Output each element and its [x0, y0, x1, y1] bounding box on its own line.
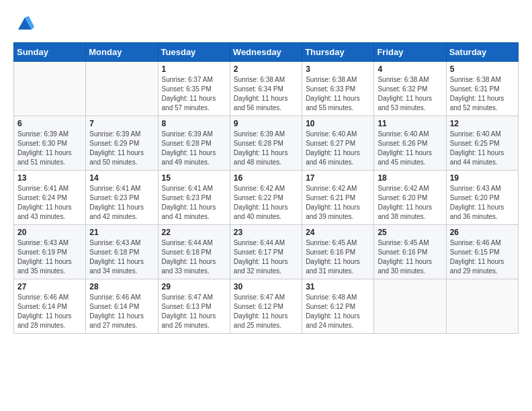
- weekday-header-wednesday: Wednesday: [230, 43, 302, 62]
- calendar-cell: 5Sunrise: 6:38 AM Sunset: 6:31 PM Daylig…: [446, 62, 518, 116]
- day-number: 27: [17, 282, 82, 291]
- calendar-cell: 16Sunrise: 6:42 AM Sunset: 6:22 PM Dayli…: [230, 171, 302, 225]
- calendar-table: SundayMondayTuesdayWednesdayThursdayFrid…: [13, 42, 519, 334]
- day-number: 15: [162, 173, 226, 183]
- calendar-cell: 28Sunrise: 6:46 AM Sunset: 6:14 PM Dayli…: [86, 279, 158, 334]
- day-number: 2: [234, 64, 298, 74]
- calendar-cell: 2Sunrise: 6:38 AM Sunset: 6:34 PM Daylig…: [230, 62, 302, 116]
- weekday-header-tuesday: Tuesday: [158, 43, 230, 62]
- calendar-cell: 13Sunrise: 6:41 AM Sunset: 6:24 PM Dayli…: [14, 171, 86, 225]
- calendar-cell: 27Sunrise: 6:46 AM Sunset: 6:14 PM Dayli…: [14, 279, 86, 334]
- logo-icon: [15, 13, 34, 32]
- day-info: Sunrise: 6:43 AM Sunset: 6:19 PM Dayligh…: [17, 238, 82, 276]
- day-info: Sunrise: 6:39 AM Sunset: 6:30 PM Dayligh…: [17, 130, 82, 167]
- calendar-week-row: 1Sunrise: 6:37 AM Sunset: 6:35 PM Daylig…: [14, 62, 519, 116]
- day-info: Sunrise: 6:38 AM Sunset: 6:34 PM Dayligh…: [234, 75, 298, 113]
- weekday-header-saturday: Saturday: [446, 43, 518, 62]
- day-info: Sunrise: 6:40 AM Sunset: 6:25 PM Dayligh…: [450, 130, 515, 167]
- day-info: Sunrise: 6:40 AM Sunset: 6:27 PM Dayligh…: [306, 130, 370, 167]
- day-number: 25: [378, 228, 442, 237]
- calendar-week-row: 6Sunrise: 6:39 AM Sunset: 6:30 PM Daylig…: [14, 116, 519, 171]
- day-info: Sunrise: 6:47 AM Sunset: 6:12 PM Dayligh…: [234, 293, 298, 330]
- day-number: 28: [89, 282, 154, 291]
- calendar-cell: 3Sunrise: 6:38 AM Sunset: 6:33 PM Daylig…: [302, 62, 374, 116]
- calendar-cell: 29Sunrise: 6:47 AM Sunset: 6:13 PM Dayli…: [158, 279, 230, 334]
- day-number: 4: [378, 64, 442, 74]
- calendar-cell: 30Sunrise: 6:47 AM Sunset: 6:12 PM Dayli…: [230, 279, 302, 334]
- calendar-cell: 6Sunrise: 6:39 AM Sunset: 6:30 PM Daylig…: [14, 116, 86, 171]
- day-info: Sunrise: 6:45 AM Sunset: 6:16 PM Dayligh…: [306, 238, 370, 276]
- calendar-week-row: 20Sunrise: 6:43 AM Sunset: 6:19 PM Dayli…: [14, 225, 519, 279]
- day-number: 12: [450, 119, 515, 128]
- day-number: 21: [89, 228, 154, 237]
- day-info: Sunrise: 6:37 AM Sunset: 6:35 PM Dayligh…: [162, 75, 226, 113]
- calendar-cell: 31Sunrise: 6:48 AM Sunset: 6:12 PM Dayli…: [302, 279, 374, 334]
- weekday-header-friday: Friday: [374, 43, 446, 62]
- calendar-cell: 17Sunrise: 6:42 AM Sunset: 6:21 PM Dayli…: [302, 171, 374, 225]
- day-number: 5: [450, 64, 515, 74]
- day-number: 13: [17, 173, 82, 183]
- day-info: Sunrise: 6:40 AM Sunset: 6:26 PM Dayligh…: [378, 130, 442, 167]
- calendar-cell: 24Sunrise: 6:45 AM Sunset: 6:16 PM Dayli…: [302, 225, 374, 279]
- day-number: 11: [378, 119, 442, 128]
- weekday-header-thursday: Thursday: [302, 43, 374, 62]
- calendar-cell: 21Sunrise: 6:43 AM Sunset: 6:18 PM Dayli…: [86, 225, 158, 279]
- day-info: Sunrise: 6:41 AM Sunset: 6:24 PM Dayligh…: [17, 184, 82, 222]
- calendar-cell: 18Sunrise: 6:42 AM Sunset: 6:20 PM Dayli…: [374, 171, 446, 225]
- day-info: Sunrise: 6:44 AM Sunset: 6:18 PM Dayligh…: [162, 238, 226, 276]
- day-number: 14: [89, 173, 154, 183]
- weekday-header-sunday: Sunday: [14, 43, 86, 62]
- day-number: 6: [17, 119, 82, 128]
- calendar-cell: 1Sunrise: 6:37 AM Sunset: 6:35 PM Daylig…: [158, 62, 230, 116]
- day-info: Sunrise: 6:43 AM Sunset: 6:20 PM Dayligh…: [450, 184, 515, 222]
- day-info: Sunrise: 6:48 AM Sunset: 6:12 PM Dayligh…: [306, 293, 370, 330]
- calendar-cell: 7Sunrise: 6:39 AM Sunset: 6:29 PM Daylig…: [86, 116, 158, 171]
- day-number: 3: [306, 64, 370, 74]
- day-number: 1: [162, 64, 226, 74]
- day-info: Sunrise: 6:42 AM Sunset: 6:22 PM Dayligh…: [234, 184, 298, 222]
- day-info: Sunrise: 6:45 AM Sunset: 6:16 PM Dayligh…: [378, 238, 442, 276]
- calendar-week-row: 27Sunrise: 6:46 AM Sunset: 6:14 PM Dayli…: [14, 279, 519, 334]
- calendar-cell: [14, 62, 86, 116]
- calendar-cell: [446, 279, 518, 334]
- day-info: Sunrise: 6:42 AM Sunset: 6:21 PM Dayligh…: [306, 184, 370, 222]
- calendar-week-row: 13Sunrise: 6:41 AM Sunset: 6:24 PM Dayli…: [14, 171, 519, 225]
- calendar-cell: [86, 62, 158, 116]
- day-info: Sunrise: 6:46 AM Sunset: 6:14 PM Dayligh…: [17, 293, 82, 330]
- calendar-cell: 8Sunrise: 6:39 AM Sunset: 6:28 PM Daylig…: [158, 116, 230, 171]
- day-info: Sunrise: 6:39 AM Sunset: 6:29 PM Dayligh…: [89, 130, 154, 167]
- day-info: Sunrise: 6:41 AM Sunset: 6:23 PM Dayligh…: [162, 184, 226, 222]
- day-number: 20: [17, 228, 82, 237]
- day-number: 10: [306, 119, 370, 128]
- day-info: Sunrise: 6:46 AM Sunset: 6:14 PM Dayligh…: [89, 293, 154, 330]
- day-info: Sunrise: 6:38 AM Sunset: 6:33 PM Dayligh…: [306, 75, 370, 113]
- day-number: 16: [234, 173, 298, 183]
- day-info: Sunrise: 6:38 AM Sunset: 6:31 PM Dayligh…: [450, 75, 515, 113]
- page-header: [13, 13, 519, 36]
- day-number: 22: [162, 228, 226, 237]
- day-info: Sunrise: 6:43 AM Sunset: 6:18 PM Dayligh…: [89, 238, 154, 276]
- day-number: 17: [306, 173, 370, 183]
- day-info: Sunrise: 6:38 AM Sunset: 6:32 PM Dayligh…: [378, 75, 442, 113]
- calendar-cell: 19Sunrise: 6:43 AM Sunset: 6:20 PM Dayli…: [446, 171, 518, 225]
- day-number: 30: [234, 282, 298, 291]
- weekday-header-row: SundayMondayTuesdayWednesdayThursdayFrid…: [14, 43, 519, 62]
- calendar-cell: 22Sunrise: 6:44 AM Sunset: 6:18 PM Dayli…: [158, 225, 230, 279]
- calendar-cell: 12Sunrise: 6:40 AM Sunset: 6:25 PM Dayli…: [446, 116, 518, 171]
- calendar-cell: [374, 279, 446, 334]
- weekday-header-monday: Monday: [86, 43, 158, 62]
- day-info: Sunrise: 6:47 AM Sunset: 6:13 PM Dayligh…: [162, 293, 226, 330]
- day-number: 24: [306, 228, 370, 237]
- calendar-cell: 4Sunrise: 6:38 AM Sunset: 6:32 PM Daylig…: [374, 62, 446, 116]
- day-number: 23: [234, 228, 298, 237]
- day-number: 31: [306, 282, 370, 291]
- day-info: Sunrise: 6:39 AM Sunset: 6:28 PM Dayligh…: [162, 130, 226, 167]
- calendar-cell: 25Sunrise: 6:45 AM Sunset: 6:16 PM Dayli…: [374, 225, 446, 279]
- calendar-cell: 26Sunrise: 6:46 AM Sunset: 6:15 PM Dayli…: [446, 225, 518, 279]
- day-number: 26: [450, 228, 515, 237]
- day-info: Sunrise: 6:42 AM Sunset: 6:20 PM Dayligh…: [378, 184, 442, 222]
- calendar-cell: 14Sunrise: 6:41 AM Sunset: 6:23 PM Dayli…: [86, 171, 158, 225]
- day-info: Sunrise: 6:44 AM Sunset: 6:17 PM Dayligh…: [234, 238, 298, 276]
- day-info: Sunrise: 6:41 AM Sunset: 6:23 PM Dayligh…: [89, 184, 154, 222]
- logo: [13, 13, 34, 36]
